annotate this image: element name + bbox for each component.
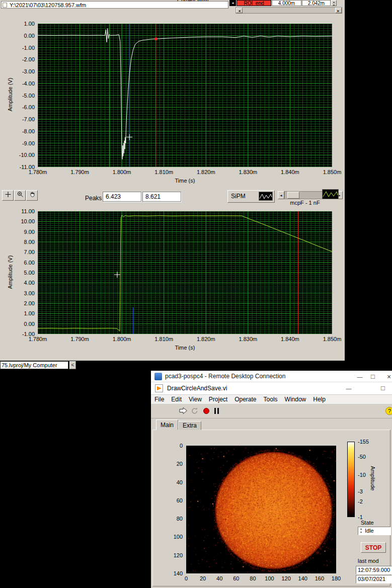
graph-palette bbox=[2, 190, 38, 201]
sipm-x-axis-labels: 1.780m1.790m1.800m1.810m1.820m1.830m1.84… bbox=[38, 169, 332, 176]
run-arrow-icon bbox=[179, 407, 188, 414]
roi-value-1[interactable]: 4.000m bbox=[272, 0, 301, 6]
intensity-x-axis-labels: 020406080100120140160180 bbox=[186, 575, 336, 581]
tick-label: 80 bbox=[177, 516, 183, 522]
tick-label: 120 bbox=[281, 575, 290, 581]
sipm-legend-waveform-icon bbox=[259, 192, 273, 201]
stop-button[interactable]: STOP bbox=[361, 542, 386, 553]
tick-label: 40 bbox=[216, 575, 222, 581]
state-label: State bbox=[361, 520, 374, 526]
pan-tool-button[interactable] bbox=[26, 190, 38, 201]
magnifier-icon bbox=[17, 191, 24, 198]
scope-panel: Current Wfm Y:\2021\07\03\120758.957.wfm… bbox=[0, 0, 345, 361]
tick-label: 40 bbox=[177, 479, 183, 485]
tick-label: 100 bbox=[265, 575, 274, 581]
path-text: Y:\2021\07\03\120758.957.wfm bbox=[10, 2, 86, 8]
pause-bar-icon bbox=[214, 408, 216, 414]
vi-maximize-button[interactable]: □ bbox=[377, 384, 388, 393]
sipm-y-axis-labels: 1.000.00-1.00-2.00-3.00-4.00-5.00-6.00-7… bbox=[0, 24, 36, 167]
tick-label: 1.820m bbox=[197, 169, 215, 175]
tick-label: 1.00 bbox=[24, 21, 35, 27]
tick-label: 1.800m bbox=[113, 336, 131, 342]
tick-label: 1.850m bbox=[323, 169, 342, 175]
scroll-right-icon[interactable]: ► bbox=[335, 8, 342, 13]
sipm-time-axis-title: Time (s) bbox=[38, 178, 332, 184]
roi-value-2[interactable]: 2.042m bbox=[302, 0, 331, 6]
tick-label: 1.840m bbox=[281, 336, 299, 342]
tick-label: 140 bbox=[298, 575, 307, 581]
waveform-scroll-left[interactable]: ◄ bbox=[278, 191, 284, 199]
current-wfm-path[interactable]: Y:\2021\07\03\120758.957.wfm bbox=[1, 1, 228, 9]
waveform-scrollbar-thumb[interactable] bbox=[287, 192, 299, 199]
pause-button[interactable] bbox=[214, 408, 219, 414]
peak-value-1: 6.423 bbox=[103, 192, 141, 202]
tick-label: 1.830m bbox=[239, 336, 257, 342]
tick-label: 1.800m bbox=[113, 169, 131, 175]
pause-bar-icon bbox=[217, 408, 219, 414]
color-scale-title: Amplitude bbox=[370, 448, 376, 509]
state-selector[interactable]: ▲ ▼ Idle bbox=[358, 527, 391, 535]
cursor-tool-button[interactable] bbox=[2, 190, 14, 201]
mcp-time-axis-title: Time (s) bbox=[38, 345, 332, 351]
menu-item-help[interactable]: Help bbox=[309, 395, 329, 404]
spinner-up-icon: ▲ bbox=[360, 527, 362, 530]
mcp-legend-waveform-icon[interactable] bbox=[322, 189, 339, 199]
tick-label: 8.00 bbox=[24, 239, 35, 245]
tick-label: 0 bbox=[180, 443, 183, 449]
run-button[interactable] bbox=[179, 407, 188, 416]
run-continuous-button[interactable] bbox=[191, 407, 199, 416]
color-scale-tick: -10 bbox=[358, 472, 366, 478]
tick-label: -1.00 bbox=[22, 45, 35, 51]
file-icon bbox=[3, 3, 7, 8]
tab-main[interactable]: Main bbox=[156, 419, 178, 430]
tick-label: 0.00 bbox=[24, 321, 35, 327]
project-collapse-button[interactable]: < bbox=[69, 361, 76, 369]
hand-icon bbox=[29, 191, 36, 198]
rdp-minimize-button[interactable]: — bbox=[354, 372, 365, 381]
state-value: Idle bbox=[365, 528, 374, 534]
tick-label: 1.850m bbox=[323, 336, 342, 342]
intensity-y-axis-labels: 020406080100120140 bbox=[171, 446, 184, 573]
context-help-button[interactable]: ? bbox=[385, 407, 392, 415]
menu-item-file[interactable]: File bbox=[151, 395, 168, 404]
abort-button[interactable] bbox=[203, 408, 209, 414]
scroll-left-icon[interactable]: ◄ bbox=[236, 8, 243, 13]
roi-scrollbar[interactable]: ◄ ► bbox=[236, 7, 342, 14]
roi-spinner[interactable]: ▲ ▼ bbox=[331, 0, 337, 6]
sipm-amplitude-axis-title: Amplitude (V) bbox=[7, 32, 13, 157]
tick-label: 2.00 bbox=[24, 300, 35, 306]
mcp-legend-label: mcpF - 1 nF bbox=[280, 200, 330, 206]
menu-item-project[interactable]: Project bbox=[205, 395, 231, 404]
menu-item-window[interactable]: Window bbox=[281, 395, 310, 404]
sipm-plot-legend[interactable]: SiPM bbox=[227, 190, 275, 203]
tick-label: -6.00 bbox=[22, 104, 35, 110]
tick-label: 20 bbox=[200, 575, 206, 581]
project-tab[interactable]: 75.lvproj/My Computer bbox=[0, 361, 68, 369]
menu-item-tools[interactable]: Tools bbox=[260, 395, 281, 404]
tick-label: 1.790m bbox=[70, 336, 89, 342]
tick-label: 80 bbox=[250, 575, 256, 581]
roi-index-display[interactable]: ◄ bbox=[229, 0, 236, 6]
rdp-close-button[interactable]: × bbox=[383, 372, 392, 381]
menu-item-edit[interactable]: Edit bbox=[168, 395, 185, 404]
tick-label: 180 bbox=[332, 575, 341, 581]
menu-item-view[interactable]: View bbox=[185, 395, 205, 404]
color-scale-tick: -2 bbox=[358, 498, 363, 505]
tab-extra[interactable]: Extra bbox=[178, 421, 201, 430]
menu-item-operate[interactable]: Operate bbox=[231, 395, 260, 404]
rdp-maximize-button[interactable]: □ bbox=[367, 372, 378, 381]
intensity-plot[interactable] bbox=[186, 446, 336, 573]
tick-label: 1.810m bbox=[154, 169, 173, 175]
state-spinner[interactable]: ▲ ▼ bbox=[359, 527, 363, 535]
sipm-graph-plot[interactable] bbox=[38, 24, 332, 167]
rdp-titlebar: pcad3-pospc4 - Remote Desktop Connection… bbox=[151, 371, 392, 382]
tick-label: 3.00 bbox=[24, 290, 35, 296]
vi-minimize-button[interactable]: — bbox=[343, 384, 354, 393]
color-scale-bar[interactable] bbox=[347, 442, 355, 517]
tick-label: 1.780m bbox=[29, 336, 47, 342]
tick-label: 120 bbox=[174, 552, 183, 558]
roi-name-cell[interactable]: ROI_end bbox=[237, 0, 271, 6]
zoom-tool-button[interactable] bbox=[14, 190, 26, 201]
mcp-graph-plot[interactable] bbox=[38, 211, 332, 334]
tick-label: -8.00 bbox=[22, 128, 35, 134]
